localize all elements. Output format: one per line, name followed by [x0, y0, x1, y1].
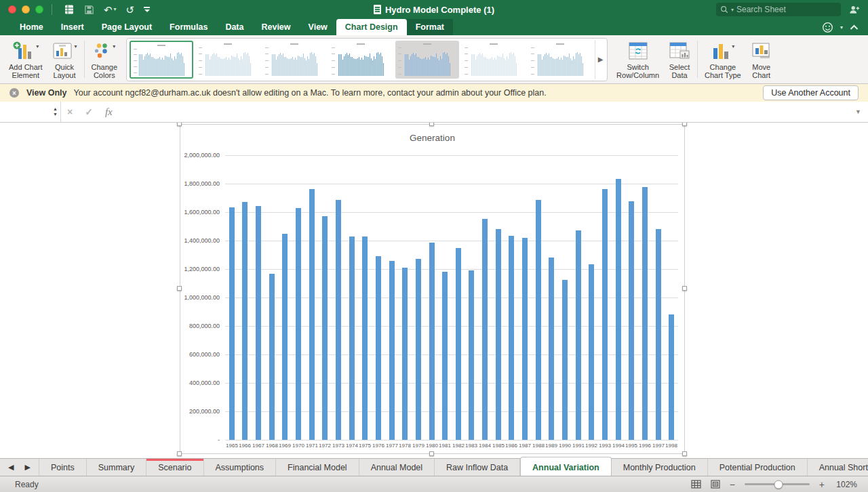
sheet-tab-assumptions[interactable]: Assumptions: [204, 459, 277, 476]
gallery-next-button[interactable]: ▶: [595, 40, 606, 79]
change-colors-button[interactable]: ▾ ChangeColors: [87, 37, 123, 81]
sheet-tab-potential-production[interactable]: Potential Production: [708, 459, 808, 476]
insert-function-icon[interactable]: fx: [105, 106, 113, 118]
undo-button[interactable]: ↶▾: [104, 5, 117, 15]
tab-insert[interactable]: Insert: [52, 19, 93, 35]
name-box[interactable]: [0, 102, 50, 122]
chart-style-5[interactable]: [395, 41, 459, 79]
bar-1970[interactable]: [296, 208, 301, 440]
switch-row-column-button[interactable]: SwitchRow/Column: [612, 37, 664, 81]
bar-1975[interactable]: [362, 237, 368, 440]
bar-1969[interactable]: [282, 234, 288, 440]
bar-1992[interactable]: [589, 264, 594, 440]
search-sheet-box[interactable]: ▾: [716, 3, 841, 16]
name-box-input[interactable]: [0, 102, 50, 122]
bar-1979[interactable]: [416, 259, 421, 440]
chart-style-4[interactable]: [329, 41, 393, 79]
change-colors-caret-icon[interactable]: ▾: [113, 43, 115, 49]
bar-1989[interactable]: [549, 258, 554, 440]
add-chart-element-caret-icon[interactable]: ▾: [36, 43, 39, 49]
chart-style-7[interactable]: [528, 41, 592, 79]
add-chart-element-button[interactable]: ▾ Add ChartElement: [4, 37, 47, 81]
minimize-window-button[interactable]: [22, 5, 30, 14]
search-caret-icon[interactable]: ▾: [731, 7, 734, 13]
bar-1978[interactable]: [402, 268, 408, 440]
selection-handle[interactable]: [682, 451, 687, 456]
change-chart-type-button[interactable]: ▾ ChangeChart Type: [700, 37, 746, 81]
selection-handle[interactable]: [429, 451, 434, 456]
bar-1987[interactable]: [522, 238, 528, 440]
search-input[interactable]: [736, 5, 818, 14]
zoom-window-button[interactable]: [35, 5, 43, 14]
tab-chart-design[interactable]: Chart Design: [336, 19, 407, 35]
bar-1990[interactable]: [562, 280, 568, 440]
redo-button[interactable]: ↺: [126, 5, 135, 15]
sheet-tab-annual-model[interactable]: Annual Model: [359, 459, 435, 476]
bar-1991[interactable]: [576, 230, 581, 440]
close-window-button[interactable]: [8, 5, 16, 14]
zoom-in-button[interactable]: +: [819, 480, 825, 489]
enter-icon[interactable]: ✓: [85, 106, 93, 117]
worksheet-area[interactable]: Generation 2,000,000.001,800,000.001,600…: [0, 123, 868, 458]
bar-1994[interactable]: [616, 179, 621, 440]
bar-1971[interactable]: [309, 189, 315, 440]
tab-review[interactable]: Review: [252, 19, 299, 35]
tab-formulas[interactable]: Formulas: [161, 19, 216, 35]
zoom-out-button[interactable]: −: [730, 480, 735, 489]
bar-1974[interactable]: [349, 237, 355, 440]
bar-1977[interactable]: [389, 261, 395, 440]
tab-data[interactable]: Data: [216, 19, 252, 35]
bar-1976[interactable]: [376, 256, 381, 440]
bar-1981[interactable]: [442, 272, 448, 440]
zoom-level[interactable]: 102%: [834, 480, 857, 489]
quick-layout-button[interactable]: ▾ QuickLayout: [47, 37, 82, 81]
bar-1982[interactable]: [456, 248, 461, 440]
cancel-icon[interactable]: ×: [67, 106, 73, 117]
chart-object[interactable]: Generation 2,000,000.001,800,000.001,600…: [180, 124, 685, 454]
bar-1986[interactable]: [509, 236, 514, 440]
zoom-slider[interactable]: [745, 483, 810, 485]
new-workbook-icon[interactable]: [64, 4, 75, 15]
page-layout-view-icon[interactable]: [711, 480, 720, 489]
bar-1993[interactable]: [602, 189, 608, 440]
bar-1967[interactable]: [256, 206, 261, 440]
customize-toolbar-icon[interactable]: [144, 7, 150, 12]
feedback-smiley-icon[interactable]: [822, 22, 833, 33]
bar-1965[interactable]: [229, 207, 235, 440]
bar-1968[interactable]: [269, 274, 275, 440]
sheet-tab-annual-variation[interactable]: Annual Variation: [520, 457, 612, 476]
bar-1995[interactable]: [629, 201, 634, 440]
select-data-button[interactable]: SelectData: [664, 37, 695, 81]
sheet-tab-summary[interactable]: Summary: [87, 459, 146, 476]
next-sheet-button[interactable]: ▶: [24, 463, 30, 472]
sheet-tab-annual-shortfall-ex[interactable]: Annual Shortfall Ex: [808, 459, 868, 476]
formula-input[interactable]: [119, 102, 855, 122]
bar-1998[interactable]: [669, 314, 674, 440]
chart-style-6[interactable]: [462, 41, 526, 79]
bar-1973[interactable]: [336, 200, 341, 440]
selection-handle[interactable]: [177, 286, 182, 291]
save-icon[interactable]: [84, 5, 94, 15]
feedback-caret-icon[interactable]: ▾: [840, 24, 843, 30]
sheet-tab-points[interactable]: Points: [39, 459, 87, 476]
move-chart-button[interactable]: MoveChart: [746, 37, 777, 81]
sheet-tab-scenario[interactable]: Scenario: [146, 459, 203, 476]
chart-style-3[interactable]: [262, 41, 326, 79]
bar-1980[interactable]: [429, 243, 435, 440]
tab-format[interactable]: Format: [407, 19, 453, 35]
bar-1984[interactable]: [482, 219, 488, 440]
prev-sheet-button[interactable]: ◀: [8, 463, 14, 472]
sheet-tab-raw-inflow-data[interactable]: Raw Inflow Data: [435, 459, 520, 476]
collapse-ribbon-icon[interactable]: [850, 21, 859, 33]
zoom-slider-thumb[interactable]: [774, 480, 783, 489]
bar-1997[interactable]: [656, 229, 661, 440]
sheet-tab-financial-model[interactable]: Financial Model: [276, 459, 359, 476]
bar-1996[interactable]: [642, 187, 648, 440]
tab-home[interactable]: Home: [11, 19, 52, 35]
bar-1966[interactable]: [242, 202, 248, 440]
quick-layout-caret-icon[interactable]: ▾: [75, 43, 77, 49]
normal-view-icon[interactable]: [691, 480, 701, 489]
use-another-account-button[interactable]: Use Another Account: [763, 85, 859, 100]
bar-1972[interactable]: [322, 216, 328, 440]
chart-style-1[interactable]: [130, 41, 193, 79]
